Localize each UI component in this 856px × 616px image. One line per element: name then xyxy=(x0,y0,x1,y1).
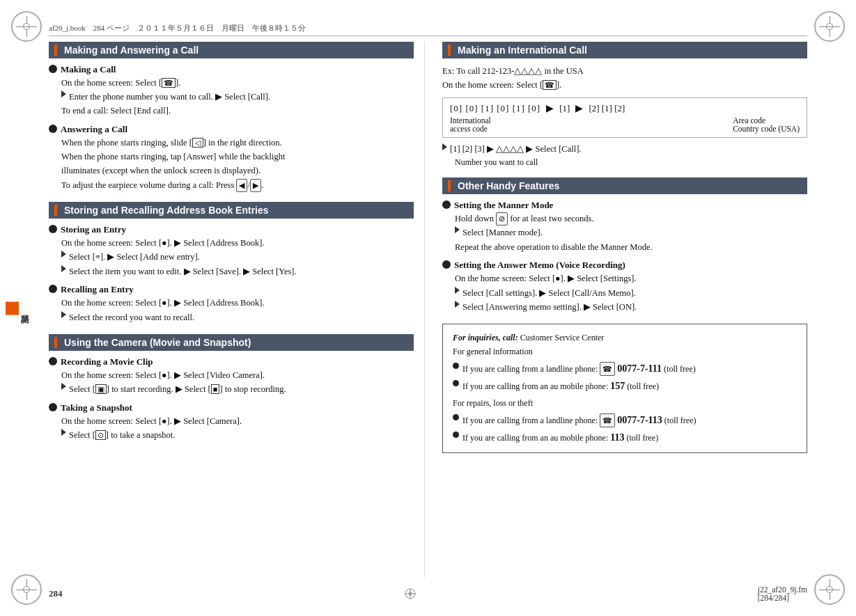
bullet-dot xyxy=(49,125,57,133)
line: Select the record you want to recall. xyxy=(61,311,414,324)
number-label-text: Number you want to call xyxy=(455,157,538,167)
section-header-camera: Using the Camera (Movie and Snapshot) xyxy=(49,334,414,351)
intl-example-text: Ex: To call 212-123-△△△△ in the USA On t… xyxy=(442,64,807,92)
line: On the home screen: Select [●]. ▶ Select… xyxy=(455,272,807,285)
bullet-title-answer-memo: Setting the Answer Memo (Voice Recording… xyxy=(442,260,807,271)
bullet-title-recalling: Recalling an Entry xyxy=(49,284,414,295)
arrow-icon xyxy=(61,311,66,318)
section-making-answering: Making and Answering a Call Making a Cal… xyxy=(49,42,414,192)
inquiry-row-repair-landline: If you are calling from a landline phone… xyxy=(453,412,797,428)
line: Enter the phone number you want to call.… xyxy=(61,90,414,104)
number-label: Number you want to call xyxy=(442,157,807,168)
bullet-title-storing: Storing an Entry xyxy=(49,224,414,235)
inquiry-landline-text: If you are calling from a landline phone… xyxy=(462,361,696,377)
bullet-storing-entry: Storing an Entry On the home screen: Sel… xyxy=(49,224,414,278)
vol-down-icon: ◀ xyxy=(236,179,247,192)
arrow-icon xyxy=(455,287,460,294)
small-dot xyxy=(453,380,459,386)
bullet-making-call: Making a Call On the home screen: Select… xyxy=(49,64,414,118)
bullet-dot xyxy=(442,260,451,269)
section-accent xyxy=(54,337,57,348)
section-camera: Using the Camera (Movie and Snapshot) Re… xyxy=(49,334,414,443)
bullet-answer-memo: Setting the Answer Memo (Voice Recording… xyxy=(442,260,807,314)
bullet-content-recording: On the home screen: Select [●]. ▶ Select… xyxy=(49,369,414,397)
side-label-accent xyxy=(6,301,19,315)
label-area-country: Area code Country code (USA) xyxy=(733,116,800,133)
arrow-icon xyxy=(442,143,447,150)
vol-up-icon: ▶ xyxy=(250,179,261,192)
phone-key-icon: ☎ xyxy=(600,362,615,376)
inquiry-box: For inquiries, call: Customer Service Ce… xyxy=(442,324,807,453)
bottom-bar: 284 j22_af20_9j.fm [284/284] xyxy=(49,585,807,602)
bullet-title-text: Recording a Movie Clip xyxy=(61,356,153,368)
inquiry-general: For general information xyxy=(453,345,797,359)
phone-key-icon2: ☎ xyxy=(600,413,615,427)
line: To adjust the earpiece volume during a c… xyxy=(61,179,414,192)
phone-number-big: 0077-7-111 xyxy=(617,363,662,374)
inquiry-repair-landline-text: If you are calling from a landline phone… xyxy=(462,412,696,428)
main-content: Making and Answering a Call Making a Cal… xyxy=(49,42,807,578)
section-address-book: Storing and Recalling Address Book Entri… xyxy=(49,202,414,324)
corner-bl-decoration xyxy=(6,569,47,610)
bullet-title-text: Making a Call xyxy=(61,64,116,75)
final-seq-block: [1] [2] [3] ▶ △△△△ ▶ Select [Call]. Numb… xyxy=(442,143,807,168)
num-seq-end: [2] [1] [2] xyxy=(589,103,625,114)
inquiry-bold-text: For inquiries, call: xyxy=(453,333,518,342)
header-text: af20_j.book 284 ページ ２０１１年５月１６日 月曜日 午後８時１… xyxy=(49,23,306,33)
inquiry-mobile-text: If you are calling from an au mobile pho… xyxy=(462,378,659,394)
section-accent xyxy=(54,45,57,56)
section-title-address-book: Storing and Recalling Address Book Entri… xyxy=(64,205,269,216)
bullet-title-recording: Recording a Movie Clip xyxy=(49,356,414,368)
bullet-recalling-entry: Recalling an Entry On the home screen: S… xyxy=(49,284,414,324)
footer-filename: j22_af20_9j.fm xyxy=(758,585,807,594)
final-seq-line: [1] [2] [3] ▶ △△△△ ▶ Select [Call]. xyxy=(442,143,807,155)
bullet-title-text: Setting the Answer Memo (Voice Recording… xyxy=(454,260,625,271)
section-title-intl-call: Making an International Call xyxy=(458,45,587,56)
num-seq-start: [0] [0] [1] [0] [1] [0] xyxy=(450,103,540,114)
bullet-title-text: Recalling an Entry xyxy=(61,284,134,295)
line: On the home screen: Select [●]. ▶ Select… xyxy=(61,237,414,250)
section-title-making-answering: Making and Answering a Call xyxy=(64,45,199,56)
bullet-title-answering-call: Answering a Call xyxy=(49,124,414,135)
bullet-recording-movie: Recording a Movie Clip On the home scree… xyxy=(49,356,414,397)
section-intl-call: Making an International Call Ex: To call… xyxy=(442,42,807,168)
right-column: Making an International Call Ex: To call… xyxy=(439,42,807,578)
inquiry-repair: For repairs, loss or theft xyxy=(453,397,797,411)
bullet-title-text: Storing an Entry xyxy=(61,224,126,235)
bullet-title-text: Answering a Call xyxy=(61,124,127,135)
bullet-answering-call: Answering a Call When the phone starts r… xyxy=(49,124,414,193)
center-cross-icon xyxy=(403,587,417,601)
inquiry-repair-mobile-text: If you are calling from an au mobile pho… xyxy=(462,429,658,445)
section-header-other-features: Other Handy Features xyxy=(442,177,807,194)
small-dot xyxy=(453,414,459,420)
bullet-title-text: Setting the Manner Mode xyxy=(454,200,553,211)
small-dot xyxy=(453,363,459,369)
line: Select [Manner mode]. xyxy=(455,226,807,239)
footer-right: j22_af20_9j.fm [284/284] xyxy=(758,585,807,602)
arrow-icon xyxy=(455,226,460,233)
line: Select [≡]. ▶ Select [Add new entry]. xyxy=(61,251,414,264)
spacer xyxy=(491,116,733,133)
bullet-taking-snapshot: Taking a Snapshot On the home screen: Se… xyxy=(49,402,414,443)
inquiry-row-mobile: If you are calling from an au mobile pho… xyxy=(453,378,797,394)
line: On the home screen: Select [☎]. xyxy=(61,77,414,90)
arrow-icon xyxy=(455,301,460,308)
side-label: 簡易英語 xyxy=(6,301,31,315)
inquiry-row-landline: If you are calling from a landline phone… xyxy=(453,361,797,377)
line: Select [Call settings]. ▶ Select [Call/A… xyxy=(455,287,807,300)
footer-center xyxy=(403,587,417,601)
phone-number-big-repair-mobile: 113 xyxy=(610,432,624,443)
bullet-content-manner-mode: Hold down ⊘ for at least two seconds. Se… xyxy=(442,212,807,254)
number-sequence-box: [0] [0] [1] [0] [1] [0] ▶ [1] ▶ [2] [1] … xyxy=(442,97,807,138)
bullet-content-answer-memo: On the home screen: Select [●]. ▶ Select… xyxy=(442,272,807,314)
line: Select [Answering memo setting]. ▶ Selec… xyxy=(455,301,807,314)
bullet-content-making-call: On the home screen: Select [☎]. Enter th… xyxy=(49,77,414,118)
corner-tl-decoration xyxy=(6,6,47,47)
page-number: 284 xyxy=(49,588,63,599)
corner-br-decoration xyxy=(809,569,850,610)
section-header-address-book: Storing and Recalling Address Book Entri… xyxy=(49,202,414,219)
bullet-dot xyxy=(442,200,451,209)
bullet-manner-mode: Setting the Manner Mode Hold down ⊘ for … xyxy=(442,200,807,254)
section-accent xyxy=(448,45,451,56)
bullet-dot xyxy=(49,65,57,73)
